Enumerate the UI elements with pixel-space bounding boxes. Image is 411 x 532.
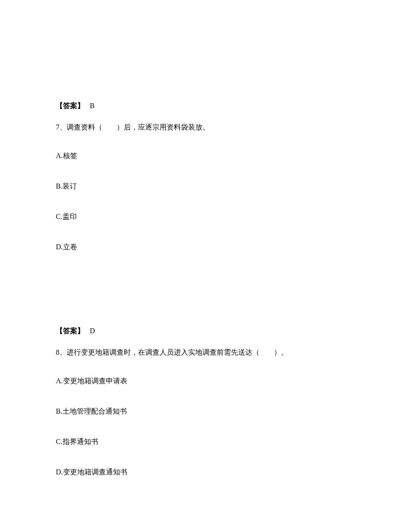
option-8-b: B.土地管理配合通知书 <box>56 406 355 417</box>
option-7-b: B.装订 <box>56 181 355 192</box>
option-8-a: A.变更地籍调查申请表 <box>56 376 355 386</box>
answer-label: 【答案】 <box>56 327 84 335</box>
answer-label: 【答案】 <box>56 102 84 109</box>
question-body: 调查资料（ ）后，应逐宗用资料袋装放。 <box>67 123 210 131</box>
question-8-text: 8、进行变更地籍调查时，在调查人员进入实地调查前需先送达（ ）。 <box>56 347 355 358</box>
option-8-c: C.指界通知书 <box>56 436 355 447</box>
answer-value: B <box>90 102 95 109</box>
answer-7: 【答案】D <box>56 326 355 336</box>
question-number: 7、 <box>56 123 67 131</box>
option-7-d: D.立卷 <box>56 242 355 252</box>
option-7-c: C.盖印 <box>56 211 355 222</box>
option-8-d: D.变更地籍调查通知书 <box>56 467 355 478</box>
spacer <box>56 272 355 326</box>
answer-value: D <box>90 327 95 335</box>
answer-6: 【答案】B <box>56 101 355 111</box>
question-body: 进行变更地籍调查时，在调查人员进入实地调查前需先送达（ ）。 <box>67 348 288 356</box>
question-7-text: 7、调查资料（ ）后，应逐宗用资料袋装放。 <box>56 122 355 133</box>
document-page: 【答案】B 7、调查资料（ ）后，应逐宗用资料袋装放。 A.核签 B.装订 C.… <box>0 0 411 478</box>
question-number: 8、 <box>56 348 67 356</box>
option-7-a: A.核签 <box>56 151 355 161</box>
